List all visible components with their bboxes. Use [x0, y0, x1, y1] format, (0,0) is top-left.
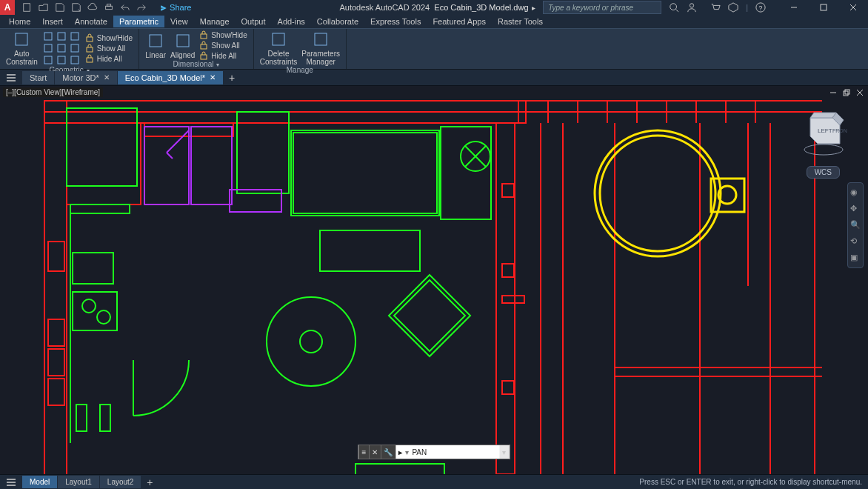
tab-close-icon[interactable]: ✕ — [104, 73, 110, 82]
ribbon-group-geometric: Auto ConstrainShow/HideShow AllHide AllG… — [0, 29, 139, 69]
close-button[interactable] — [838, 0, 868, 15]
constraint-icon[interactable] — [69, 31, 81, 41]
svg-rect-58 — [100, 405, 110, 431]
menu-express-tools[interactable]: Express Tools — [364, 16, 427, 27]
cmd-close-icon[interactable]: ✕ — [369, 445, 381, 459]
constraint-icon[interactable] — [42, 43, 54, 53]
ribbon-show-all[interactable]: Show All — [199, 41, 247, 50]
cloud-icon[interactable] — [87, 2, 98, 13]
ribbon-linear[interactable]: Linear — [145, 32, 166, 59]
constraint-icon[interactable] — [42, 31, 54, 41]
menu-add-ins[interactable]: Add-ins — [272, 16, 311, 27]
add-layout-button[interactable]: + — [141, 476, 158, 488]
drawing-canvas[interactable]: LEFT FRONT WCS ◉ ✥ 🔍 ⟲ ▣ ≡ ✕ 🔧 ▸▾ PAN ▾ — [0, 86, 868, 474]
ribbon-hide-all[interactable]: Hide All — [199, 51, 247, 60]
svg-rect-41 — [502, 381, 514, 394]
minimize-button[interactable] — [779, 0, 809, 15]
menu-manage[interactable]: Manage — [194, 16, 236, 27]
ribbon-show-hide[interactable]: Show/Hide — [85, 33, 133, 42]
navigation-bar[interactable]: ◉ ✥ 🔍 ⟲ ▣ — [847, 182, 864, 268]
svg-rect-8 — [16, 33, 27, 45]
layout-tab[interactable]: Model — [22, 476, 58, 488]
svg-rect-10 — [58, 33, 65, 40]
viewport-label[interactable]: [–][Custom View][Wireframe] — [3, 87, 103, 97]
svg-rect-19 — [87, 47, 93, 52]
nav-pan-icon[interactable]: ✥ — [850, 204, 861, 214]
svg-point-4 — [690, 4, 694, 7]
document-tab[interactable]: Start — [22, 71, 55, 84]
ribbon-show-all[interactable]: Show All — [85, 44, 133, 53]
quick-access-toolbar: Share — [22, 2, 191, 13]
constraint-icon[interactable] — [56, 55, 67, 65]
vp-close-icon[interactable] — [855, 87, 865, 98]
document-tab[interactable]: Motor 3D*✕ — [55, 71, 118, 84]
menu-view[interactable]: View — [164, 16, 194, 27]
menu-featured-apps[interactable]: Featured Apps — [427, 16, 492, 27]
constraint-icon[interactable] — [56, 43, 67, 53]
command-line[interactable]: ≡ ✕ 🔧 ▸▾ PAN ▾ — [358, 445, 510, 459]
maximize-button[interactable] — [809, 0, 838, 15]
menu-output[interactable]: Output — [236, 16, 272, 27]
cmd-history-icon[interactable]: ≡ — [359, 445, 370, 459]
new-tab-button[interactable]: + — [224, 72, 240, 84]
new-icon[interactable] — [22, 2, 33, 13]
constraint-icon[interactable] — [56, 31, 67, 41]
tab-close-icon[interactable]: ✕ — [210, 73, 216, 82]
menu-collaborate[interactable]: Collaborate — [311, 16, 364, 27]
help-icon[interactable]: ? — [755, 2, 766, 13]
menu-raster-tools[interactable]: Raster Tools — [492, 16, 549, 27]
svg-rect-28 — [844, 91, 848, 96]
redo-icon[interactable] — [136, 2, 147, 13]
svg-rect-32 — [496, 123, 515, 474]
print-icon[interactable] — [104, 2, 114, 13]
svg-rect-52 — [70, 204, 130, 213]
wcs-badge[interactable]: WCS — [807, 166, 840, 179]
ribbon-auto-constrain[interactable]: Auto Constrain — [6, 30, 38, 66]
svg-rect-17 — [71, 56, 79, 64]
nav-wheel-icon[interactable]: ◉ — [850, 187, 861, 198]
nav-showmotion-icon[interactable]: ▣ — [850, 253, 861, 263]
signin-icon[interactable] — [687, 2, 697, 13]
ribbon-aligned[interactable]: Aligned — [170, 32, 195, 59]
constraint-icon[interactable] — [69, 43, 81, 53]
menu-insert[interactable]: Insert — [36, 16, 69, 27]
saveas-icon[interactable] — [71, 2, 81, 13]
ribbon-group-dimensional: LinearAlignedShow/HideShow AllHide AllDi… — [139, 29, 254, 69]
vp-minimize-icon[interactable] — [828, 87, 838, 98]
nav-orbit-icon[interactable]: ⟲ — [850, 236, 861, 247]
ribbon-delete-constraints[interactable]: Delete Constraints — [260, 30, 298, 66]
vp-restore-icon[interactable] — [841, 87, 852, 98]
save-icon[interactable] — [55, 2, 65, 13]
menu-annotate[interactable]: Annotate — [69, 16, 113, 27]
svg-rect-43 — [67, 108, 137, 186]
layout-tab[interactable]: Layout1 — [58, 476, 100, 488]
search-icon[interactable] — [669, 2, 679, 13]
constraint-icon[interactable] — [69, 55, 81, 65]
undo-icon[interactable] — [120, 2, 130, 13]
open-icon[interactable] — [39, 2, 49, 13]
app-store-icon[interactable] — [728, 2, 738, 13]
ribbon-hide-all[interactable]: Hide All — [85, 54, 133, 63]
ribbon-parameters-manager[interactable]: Parameters Manager — [301, 30, 340, 66]
svg-rect-20 — [87, 58, 93, 62]
tabs-menu-icon[interactable] — [0, 73, 22, 83]
cmd-settings-icon[interactable]: 🔧 — [381, 445, 395, 459]
document-tab[interactable]: Eco Cabin_3D Model*✕ — [118, 71, 224, 84]
cad-drawing — [0, 86, 868, 474]
svg-rect-42 — [502, 296, 524, 303]
layout-tab[interactable]: Layout2 — [100, 476, 142, 488]
app-logo[interactable]: A — [0, 0, 15, 15]
cart-icon[interactable] — [710, 2, 721, 13]
nav-zoom-icon[interactable]: 🔍 — [850, 220, 861, 230]
constraint-icon[interactable] — [42, 55, 54, 65]
menu-home[interactable]: Home — [3, 16, 36, 27]
menu-parametric[interactable]: Parametric — [113, 16, 164, 27]
svg-rect-45 — [291, 130, 439, 216]
share-button[interactable]: Share — [160, 3, 191, 12]
view-cube[interactable]: LEFT FRONT — [795, 107, 847, 159]
layout-menu-icon[interactable] — [0, 477, 22, 488]
search-input[interactable]: Type a keyword or phrase — [543, 1, 661, 14]
document-tabs: StartMotor 3D*✕Eco Cabin_3D Model*✕ + — [0, 70, 868, 86]
ribbon-show-hide[interactable]: Show/Hide — [199, 30, 247, 39]
svg-rect-33 — [67, 123, 141, 204]
